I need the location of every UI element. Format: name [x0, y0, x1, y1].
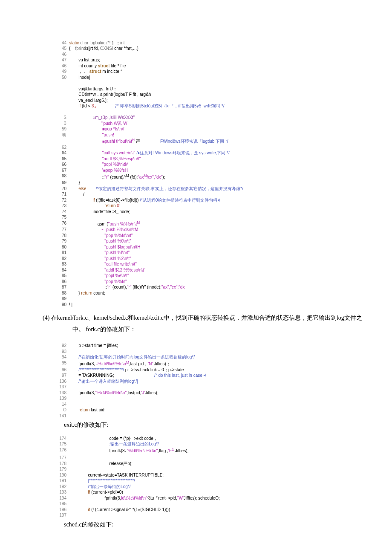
code-line: /**************************/ p· >tss.bac…	[69, 367, 184, 372]
code-line: "call sys write\n\t" /♦注意对TWindows环境来说，是…	[69, 150, 230, 155]
code-line: int county struct file * file	[69, 64, 126, 68]
code-line: return 0;	[69, 203, 121, 208]
code-line: asm ("push %%fs\n\tM	[69, 222, 140, 226]
exit-heading: exit.c的修改如下:	[64, 421, 366, 429]
sched-heading: sched.c的修改如下:	[64, 521, 366, 529]
code-block-fork: 92 p->start time = jiffies; 93 94 /*在初始化…	[55, 337, 366, 419]
code-line: static char logbufiiez*! ］；int	[69, 40, 125, 45]
code-line: } return count;	[69, 291, 105, 295]
code-line: fprintk(3, -%ld\t%c\t%ld\nM,last pid，'N'…	[69, 361, 170, 366]
section-4-text: (4) 在kernel/fork.c、kernel/sched.c和kernel…	[43, 312, 366, 324]
code-line: if (! (current->signal &= *(1«(SIGCHLD-1…	[69, 507, 170, 512]
code-block-fprintk: 44static char logbufiiez*! ］；int 45{ fpr…	[55, 34, 366, 307]
code-line: return last pid;	[69, 408, 106, 412]
code-line: ■pushl tl^buf\n\tH 严 FWlnd&ws环境实说「lugtiu…	[69, 139, 228, 144]
code-line: ::"r" (count),"r" (file)/'r" (inode):"ax…	[69, 285, 184, 289]
code-line: if (!(file=task[0]->filp[fd])) /*从进程0的文件…	[69, 198, 220, 202]
code-line: { fprIntk(ijrt fd, CXNSI char *fnrt,…)	[69, 46, 138, 51]
code-line: else /*假定的描述符都与文件关联.事实上，还存在很多其它情况，这里并没有考…	[69, 186, 243, 191]
section-4-text-b: 中。 fork.c的修改如下：	[72, 324, 366, 335]
code-line: if (current->pid!=0)	[69, 490, 123, 494]
code-line: ；： struct m incicte *	[69, 69, 122, 74]
code-line: = TASKRUNNING; /* do this last, just in …	[69, 373, 206, 378]
lineno: 44	[55, 40, 66, 46]
code-block-exit: 174 code = (*p)· >exit code； 175 :输出一条进释…	[55, 430, 366, 518]
code-line: fprintk(3,ld\t%c\t%ld\n"汔u「rent· >pid,"W…	[69, 496, 220, 500]
code-line: fprintk(3,"%ld\t%c\t%ld\n",lastpid,'J'Ji…	[69, 390, 159, 395]
code-line: ::"r" (count)/rM (fd):"axM/cx","dx");	[69, 175, 165, 179]
code-line: fprintk(3r '%ld\t%c\t%ld\n",flag ,'E1 Ji…	[69, 448, 188, 453]
code-line: if (fd < 3』 严 即卒St训到5tck)ut或5t（kr「，iff佞出…	[69, 104, 225, 108]
